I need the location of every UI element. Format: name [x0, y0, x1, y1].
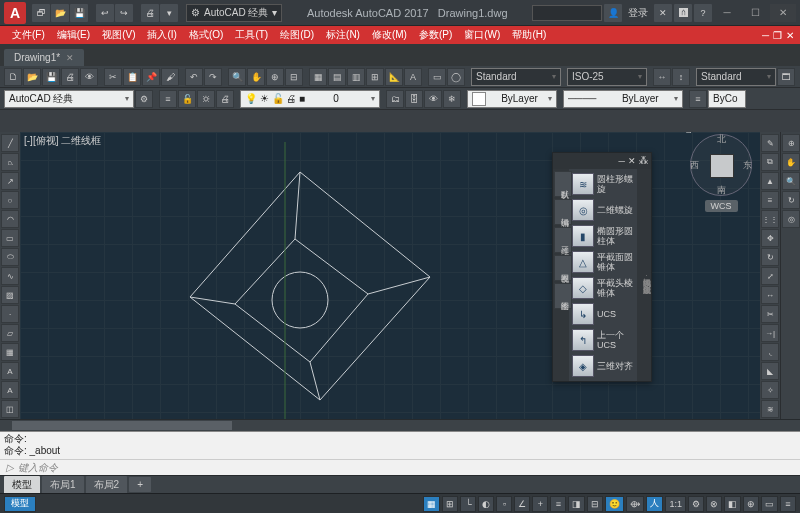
status-units-button[interactable]: ⊗: [706, 496, 722, 512]
status-autoanno-button[interactable]: 人: [646, 496, 663, 512]
tool-btn[interactable]: 💾: [42, 68, 60, 86]
menu-edit[interactable]: 编辑(E): [51, 28, 96, 42]
tool-btn[interactable]: ≡: [689, 90, 707, 108]
region-tool[interactable]: ▱: [1, 324, 19, 342]
nav-tool[interactable]: ◎: [782, 210, 800, 228]
menu-modify[interactable]: 修改(M): [366, 28, 413, 42]
status-anno-button[interactable]: 🙂: [605, 496, 624, 512]
tool-btn[interactable]: 👁: [424, 90, 442, 108]
tool-btn[interactable]: ▭: [428, 68, 446, 86]
tool-palette[interactable]: ─ ✕ ⁂ 默认 编辑 三维 视图 绘图 ≋圆柱形螺旋 ◎二维螺旋 ▮椭圆形圆柱…: [552, 152, 652, 382]
style-combo[interactable]: Standard▾: [471, 68, 561, 86]
tool-btn[interactable]: ✂: [104, 68, 122, 86]
palette-item[interactable]: ▮椭圆形圆柱体: [571, 224, 635, 248]
tool-btn[interactable]: 🗋: [4, 68, 22, 86]
palette-item[interactable]: ↳UCS: [571, 302, 635, 326]
text-tool[interactable]: A: [1, 362, 19, 380]
palette-item[interactable]: ◈三维对齐: [571, 354, 635, 378]
palette-close-icon[interactable]: ✕: [628, 156, 636, 166]
qat-dropdown-icon[interactable]: ▾: [160, 4, 178, 22]
line-tool[interactable]: ╱: [1, 134, 19, 152]
tool-btn[interactable]: ↕: [672, 68, 690, 86]
tool-btn[interactable]: 🗄: [405, 90, 423, 108]
menu-parametric[interactable]: 参数(P): [413, 28, 458, 42]
qat-button[interactable]: ↩: [96, 4, 114, 22]
viewcube-west[interactable]: 西: [690, 159, 699, 172]
tool-btn[interactable]: 🖨: [61, 68, 79, 86]
nav-tool[interactable]: ⊕: [782, 134, 800, 152]
tool-btn[interactable]: A: [404, 68, 422, 86]
menu-insert[interactable]: 插入(I): [141, 28, 182, 42]
menu-draw[interactable]: 绘图(D): [274, 28, 320, 42]
tool-btn[interactable]: 📋: [123, 68, 141, 86]
layout-tab[interactable]: 布局2: [86, 476, 128, 494]
status-model-button[interactable]: 模型: [4, 496, 36, 512]
color-combo[interactable]: ByLayer▾: [467, 90, 557, 108]
status-ws-button[interactable]: ⚙: [688, 496, 704, 512]
maximize-button[interactable]: ☐: [742, 4, 768, 22]
status-qp-button[interactable]: ⊟: [587, 496, 603, 512]
sign-in-button[interactable]: 👤: [604, 4, 622, 22]
palette-item[interactable]: ◇平截头棱锥体: [571, 276, 635, 300]
workspace-combo[interactable]: AutoCAD 经典▾: [4, 90, 134, 108]
point-tool[interactable]: ·: [1, 305, 19, 323]
dimstyle-combo[interactable]: ISO-25▾: [567, 68, 647, 86]
tool-btn[interactable]: ⚙: [135, 90, 153, 108]
layout-add-button[interactable]: +: [129, 477, 151, 492]
menu-view[interactable]: 视图(V): [96, 28, 141, 42]
viewcube-face[interactable]: [710, 154, 734, 178]
tool-btn[interactable]: 🗂: [386, 90, 404, 108]
explode-tool[interactable]: ✧: [761, 381, 779, 399]
workspace-selector[interactable]: ⚙ AutoCAD 经典 ▾: [186, 4, 282, 22]
viewcube-home-icon[interactable]: ⌂: [686, 132, 692, 135]
status-polar-button[interactable]: ◐: [478, 496, 494, 512]
help-icon[interactable]: ?: [694, 4, 712, 22]
tool-btn[interactable]: ❄: [443, 90, 461, 108]
status-osnap-button[interactable]: ▫: [496, 496, 512, 512]
qat-button[interactable]: ↪: [115, 4, 133, 22]
tool-btn[interactable]: 🖨: [216, 90, 234, 108]
viewcube-east[interactable]: 东: [743, 159, 752, 172]
palette-item[interactable]: △平截面圆锥体: [571, 250, 635, 274]
status-lwt-button[interactable]: ≡: [550, 496, 566, 512]
qat-button[interactable]: 📂: [51, 4, 69, 22]
extend-tool[interactable]: →|: [761, 324, 779, 342]
mirror-tool[interactable]: ▲: [761, 172, 779, 190]
nav-tool[interactable]: ✋: [782, 153, 800, 171]
status-grid-button[interactable]: ▦: [423, 496, 440, 512]
tool-btn[interactable]: ↷: [204, 68, 222, 86]
tool-btn[interactable]: ◯: [447, 68, 465, 86]
app-store-icon[interactable]: 🅰: [674, 4, 692, 22]
tool-btn[interactable]: ⊞: [366, 68, 384, 86]
polyline-tool[interactable]: ⏢: [1, 153, 19, 171]
status-hw-button[interactable]: ⊕: [743, 496, 759, 512]
erase-tool[interactable]: ✎: [761, 134, 779, 152]
textstyle-combo[interactable]: Standard▾: [696, 68, 776, 86]
sign-in-label[interactable]: 登录: [628, 6, 648, 20]
tool-btn[interactable]: ≡: [159, 90, 177, 108]
status-transparency-button[interactable]: ◨: [568, 496, 585, 512]
palette-menu-icon[interactable]: ─: [619, 156, 625, 166]
tool-btn[interactable]: 🗔: [777, 68, 795, 86]
menu-format[interactable]: 格式(O): [183, 28, 229, 42]
status-track-button[interactable]: ∠: [514, 496, 530, 512]
menu-help[interactable]: 帮助(H): [506, 28, 552, 42]
layout-tab-model[interactable]: 模型: [4, 476, 40, 494]
status-iso-button[interactable]: ◧: [724, 496, 741, 512]
document-tab[interactable]: Drawing1*✕: [4, 49, 84, 66]
xline-tool[interactable]: ↗: [1, 172, 19, 190]
tool-btn[interactable]: ↶: [185, 68, 203, 86]
copy-tool[interactable]: ⧉: [761, 153, 779, 171]
status-snap-button[interactable]: ⊞: [442, 496, 458, 512]
tool-btn[interactable]: 👁: [80, 68, 98, 86]
circle-tool[interactable]: ○: [1, 191, 19, 209]
command-input[interactable]: ▷ 键入命令: [0, 459, 800, 475]
palette-item[interactable]: ↰上一个UCS: [571, 328, 635, 352]
tool-btn[interactable]: ⊕: [266, 68, 284, 86]
menu-dimension[interactable]: 标注(N): [320, 28, 366, 42]
scale-tool[interactable]: ⤢: [761, 267, 779, 285]
palette-props-icon[interactable]: ⁂: [639, 156, 648, 166]
qat-button[interactable]: 💾: [70, 4, 88, 22]
lineweight-combo[interactable]: ByCo: [708, 90, 746, 108]
layer-combo[interactable]: 💡 ☀ 🔓 🖨 ■ 0▾: [240, 90, 380, 108]
